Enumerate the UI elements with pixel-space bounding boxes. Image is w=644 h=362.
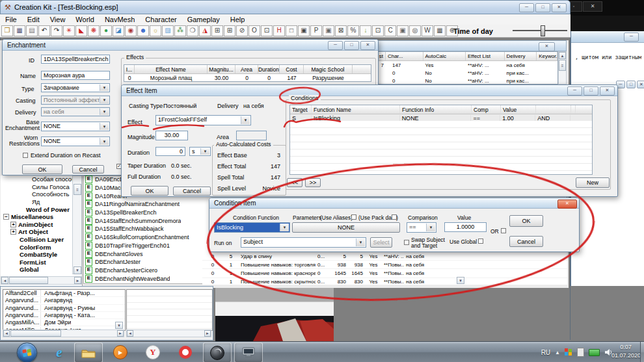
tree-item[interactable]: Word of Power: [1, 205, 82, 213]
tree-item[interactable]: ColorForm: [1, 243, 82, 251]
minimize-button[interactable]: ─: [328, 41, 343, 50]
parameters-button[interactable]: NONE: [292, 222, 400, 233]
chevron-down-icon[interactable]: ▼: [100, 138, 109, 145]
close-button[interactable]: ✕: [360, 41, 375, 50]
scroll-thumb[interactable]: [10, 330, 61, 337]
toolbar-icon[interactable]: ⊠: [335, 25, 347, 36]
column-header[interactable]: I...: [124, 65, 135, 73]
tray-expand-icon[interactable]: ▲: [555, 350, 560, 356]
minimize-button[interactable]: ─: [567, 86, 582, 96]
effect-item-titlebar[interactable]: Effect Item: [122, 85, 617, 96]
scroll-left-icon[interactable]: ◄: [127, 330, 133, 337]
chevron-down-icon[interactable]: ▼: [200, 148, 209, 155]
close-icon[interactable]: ✕: [637, 81, 644, 88]
tree-item[interactable]: Особая способ: [1, 175, 82, 183]
toolbar-icon[interactable]: ⊞: [211, 25, 223, 36]
toolbar-icon[interactable]: ☼: [150, 25, 161, 36]
column-header[interactable]: Duration: [258, 65, 280, 73]
toolbar-icon[interactable]: O: [248, 25, 260, 36]
tree-expander-icon[interactable]: [14, 259, 18, 265]
scroll-down-icon[interactable]: ▼: [457, 277, 464, 284]
cell-hscrollbar[interactable]: ◄ ►: [3, 330, 124, 337]
column-header[interactable]: [536, 105, 571, 114]
column-header[interactable]: Effect List: [466, 52, 505, 60]
scroll-thumb[interactable]: ≡: [74, 184, 81, 195]
tree-item[interactable]: Collision Layer: [1, 236, 82, 244]
tree-expander-icon[interactable]: [14, 237, 18, 242]
chevron-down-icon[interactable]: ▼: [426, 224, 435, 231]
tree-expander-icon[interactable]: −: [3, 214, 9, 220]
tray-color-grid-icon[interactable]: [565, 348, 572, 356]
list-item[interactable]: E DA13SpellBreakerEnch: [83, 209, 202, 217]
tree-item[interactable]: Global: [1, 266, 82, 274]
name-field[interactable]: Морозная аура: [41, 71, 110, 80]
tray-battery-icon[interactable]: [589, 349, 600, 356]
list-item[interactable]: E DA14StaffEnchSummonDremora: [83, 216, 202, 225]
close-button[interactable]: ✕: [539, 42, 555, 51]
tree-expander-icon[interactable]: [21, 207, 25, 213]
tree-item[interactable]: Способность: [1, 190, 82, 198]
maximize-button[interactable]: □: [535, 3, 550, 12]
taskbar-ie-icon[interactable]: e: [51, 344, 68, 360]
tree-item[interactable]: − Miscellaneous: [1, 213, 82, 221]
toolbar-icon[interactable]: ▣: [323, 25, 334, 36]
toolbar-icon[interactable]: ↓: [360, 25, 371, 36]
toolbar-icon[interactable]: ▦: [14, 25, 25, 36]
tree-expander-icon[interactable]: +: [10, 229, 16, 235]
toolbar-icon[interactable]: ▤: [26, 25, 38, 36]
use-global-checkbox[interactable]: [478, 239, 483, 244]
minimize-button[interactable]: ─: [519, 3, 534, 12]
background-close-button[interactable]: ✕: [583, 1, 602, 12]
tree-expander-icon[interactable]: [27, 176, 31, 182]
effect-dropdown[interactable]: 1FrostCloakFFSelf▼: [155, 115, 251, 125]
tree-expander-icon[interactable]: [14, 252, 18, 257]
type-dropdown[interactable]: Зачарование▼: [41, 83, 110, 92]
condition-function-dropdown[interactable]: IsBlocking ▼: [214, 222, 290, 233]
tree-expander-icon[interactable]: [27, 191, 31, 197]
tree-hscrollbar[interactable]: ◄ ►: [1, 276, 82, 285]
toolbar-icon[interactable]: ▨: [162, 25, 174, 36]
scroll-thumb[interactable]: ≡: [559, 60, 566, 71]
or-checkbox[interactable]: [501, 228, 506, 233]
grid-hscrollbar[interactable]: ◄ ►: [126, 330, 211, 337]
tree-item[interactable]: Силы Голоса: [1, 183, 82, 191]
worn-restrictions-dropdown[interactable]: NONE▼: [41, 136, 110, 146]
time-of-day-slider-thumb[interactable]: [541, 25, 545, 36]
effects-header-row[interactable]: I...Effect NameMagnitu...AreaDurationCos…: [124, 65, 371, 74]
column-header[interactable]: AutoCalc: [423, 52, 466, 60]
use-aliases-checkbox[interactable]: [351, 214, 356, 220]
column-header[interactable]: Keywor...: [537, 52, 557, 60]
condition-item-titlebar[interactable]: Condition Item: [209, 198, 579, 209]
close-button[interactable]: ✕: [552, 3, 567, 12]
tree-scrollbar[interactable]: ≡ ▼: [72, 175, 82, 274]
condition-next-button[interactable]: >>: [305, 178, 321, 187]
toolbar-icon[interactable]: ◪: [113, 25, 124, 36]
menu-item[interactable]: NavMesh: [100, 16, 140, 23]
maximize-button[interactable]: □: [344, 41, 359, 50]
table-row[interactable]: 05Удар в спину0...55Yes**aHV: ...на себя: [202, 252, 567, 261]
tray-clipboard-icon[interactable]: [577, 348, 584, 357]
toolbar-icon[interactable]: ▣: [298, 25, 310, 36]
toolbar-icon[interactable]: C: [384, 25, 396, 36]
menu-item[interactable]: Gameplay: [182, 16, 225, 23]
value-field[interactable]: 1.0000: [444, 222, 487, 232]
tree-expander-icon[interactable]: [27, 184, 31, 190]
time-of-day-slider[interactable]: [513, 30, 567, 31]
menu-item[interactable]: World: [70, 16, 100, 23]
show-desktop-button[interactable]: [640, 342, 644, 362]
use-pack-data-checkbox[interactable]: [392, 214, 397, 220]
tree-expander-icon[interactable]: [14, 244, 18, 250]
toolbar-icon[interactable]: ●: [100, 25, 112, 36]
column-header[interactable]: Magic School: [304, 65, 353, 73]
chevron-down-icon[interactable]: ▼: [241, 116, 250, 124]
list-item[interactable]: E DB10TrapFireTriggerEnch01: [83, 242, 202, 250]
taskbar-opera-icon[interactable]: [177, 344, 194, 360]
table-header-row[interactable]: stChar...AutoCalcEffect ListDeliveryKeyw…: [377, 52, 557, 61]
close-button[interactable]: ✕: [557, 200, 577, 209]
base-enchantment-dropdown[interactable]: NONE▼: [41, 122, 110, 131]
cell-row[interactable]: Angarvund... Ангарвунд - Руины: [3, 305, 125, 312]
scroll-left-icon[interactable]: ◄: [3, 330, 10, 337]
list-item[interactable]: E DBEnchantJester: [83, 258, 202, 266]
toolbar-icon[interactable]: ↷: [51, 25, 62, 36]
column-header[interactable]: Function Info: [400, 105, 472, 114]
